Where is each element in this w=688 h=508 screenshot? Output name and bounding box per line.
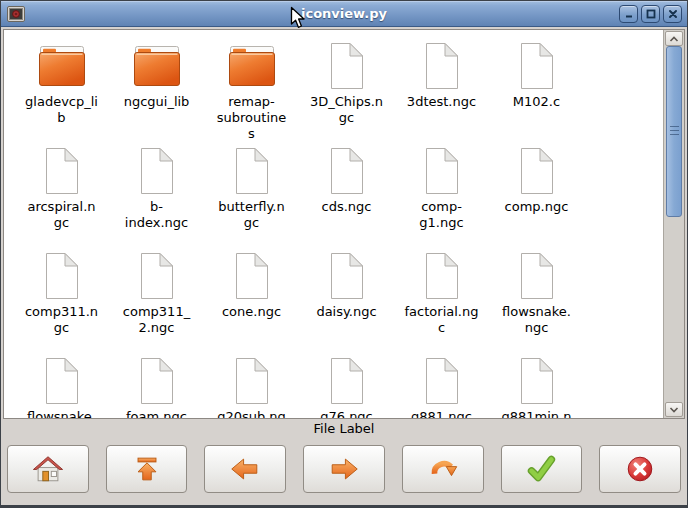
file-item[interactable]: 3dtest.ngc xyxy=(394,37,489,142)
file-item[interactable]: g76.ngc xyxy=(299,352,394,419)
file-item-label: factorial.ngc xyxy=(405,304,479,336)
app-window: iconview.py xyxy=(0,0,688,508)
folder-icon xyxy=(228,45,276,87)
file-item-icon-box xyxy=(422,41,462,91)
scroll-up-button[interactable] xyxy=(665,31,683,46)
cancel-icon xyxy=(623,452,657,486)
file-icon xyxy=(232,252,272,300)
file-item[interactable]: cone.ngc xyxy=(204,247,299,352)
file-icon xyxy=(327,357,367,405)
file-item[interactable]: remap-subroutines xyxy=(204,37,299,142)
file-item-icon-box xyxy=(327,41,367,91)
file-item[interactable]: g20sub.ngc xyxy=(204,352,299,419)
file-icon xyxy=(42,357,82,405)
file-icon xyxy=(517,252,557,300)
vertical-scrollbar[interactable] xyxy=(663,30,684,418)
file-item-icon-box xyxy=(42,356,82,406)
file-item-label: comp311.ngc xyxy=(25,304,99,336)
file-item-icon-box xyxy=(517,251,557,301)
file-item-label: 3dtest.ngc xyxy=(405,94,479,110)
scrollbar-thumb[interactable] xyxy=(666,46,682,217)
file-item[interactable]: g881min.ngc xyxy=(489,352,584,419)
file-item-icon-box xyxy=(228,41,276,91)
scroll-down-button[interactable] xyxy=(665,402,683,417)
file-item[interactable]: factorial.ngc xyxy=(394,247,489,352)
toolbar xyxy=(1,437,687,505)
file-item[interactable]: foam.ngc xyxy=(109,352,204,419)
file-item[interactable]: comp.ngc xyxy=(489,142,584,247)
cancel-button[interactable] xyxy=(599,445,681,493)
up-button[interactable] xyxy=(106,445,188,493)
file-item[interactable]: g881.ngc xyxy=(394,352,489,419)
icon-view: gladevcp_lib ngcgui_lib xyxy=(3,29,685,419)
window-controls xyxy=(619,5,682,23)
file-item[interactable]: cds.ngc xyxy=(299,142,394,247)
file-item[interactable]: daisy.ngc xyxy=(299,247,394,352)
file-item-icon-box xyxy=(517,146,557,196)
file-item[interactable]: ngcgui_lib xyxy=(109,37,204,142)
file-item[interactable]: comp311_2.ngc xyxy=(109,247,204,352)
file-icon xyxy=(422,252,462,300)
redo-button[interactable] xyxy=(402,445,484,493)
file-item[interactable]: arcspiral.ngc xyxy=(14,142,109,247)
redo-arrow-icon xyxy=(426,452,460,486)
file-item-label: 3D_Chips.ngc xyxy=(310,94,384,126)
file-item[interactable]: flowsnake.py xyxy=(14,352,109,419)
file-icon xyxy=(42,252,82,300)
file-item[interactable]: flowsnake.ngc xyxy=(489,247,584,352)
file-item-label: b-index.ngc xyxy=(120,199,194,231)
file-item-icon-box xyxy=(422,146,462,196)
file-item-label: butterfly.ngc xyxy=(215,199,289,231)
file-item-label: g76.ngc xyxy=(310,409,384,419)
file-item-icon-box xyxy=(327,251,367,301)
file-item[interactable]: 3D_Chips.ngc xyxy=(299,37,394,142)
close-button[interactable] xyxy=(663,5,682,23)
file-item-label: M102.c xyxy=(500,94,574,110)
file-item-icon-box xyxy=(422,251,462,301)
file-icon xyxy=(327,147,367,195)
chevron-up-icon xyxy=(669,36,679,42)
file-item-icon-box xyxy=(517,41,557,91)
back-arrow-icon xyxy=(228,452,262,486)
file-item-label: g881.ngc xyxy=(405,409,479,419)
maximize-icon xyxy=(645,8,657,20)
ok-button[interactable] xyxy=(501,445,583,493)
file-item-icon-box xyxy=(517,356,557,406)
file-item-icon-box xyxy=(422,356,462,406)
file-item-icon-box xyxy=(133,41,181,91)
titlebar[interactable]: iconview.py xyxy=(1,1,687,27)
maximize-button[interactable] xyxy=(641,5,660,23)
file-icon xyxy=(137,252,177,300)
app-window-icon xyxy=(7,6,25,22)
file-icon xyxy=(422,147,462,195)
minimize-icon xyxy=(623,8,635,20)
icon-grid: gladevcp_lib ngcgui_lib xyxy=(4,30,663,419)
file-icon xyxy=(42,147,82,195)
window-title: iconview.py xyxy=(1,6,687,21)
file-item-label: comp-g1.ngc xyxy=(405,199,479,231)
back-button[interactable] xyxy=(204,445,286,493)
home-icon xyxy=(31,453,65,485)
file-item[interactable]: butterfly.ngc xyxy=(204,142,299,247)
file-item-icon-box xyxy=(137,251,177,301)
file-icon xyxy=(137,357,177,405)
forward-button[interactable] xyxy=(303,445,385,493)
up-to-top-arrow-icon xyxy=(130,452,164,486)
file-item[interactable]: b-index.ngc xyxy=(109,142,204,247)
file-item-label: gladevcp_lib xyxy=(25,94,99,126)
home-button[interactable] xyxy=(7,445,89,493)
file-item[interactable]: comp311.ngc xyxy=(14,247,109,352)
file-item-label: cds.ngc xyxy=(310,199,384,215)
file-item[interactable]: M102.c xyxy=(489,37,584,142)
file-item[interactable]: gladevcp_lib xyxy=(14,37,109,142)
file-item-icon-box xyxy=(232,356,272,406)
file-item[interactable]: comp-g1.ngc xyxy=(394,142,489,247)
file-icon xyxy=(232,147,272,195)
forward-arrow-icon xyxy=(327,452,361,486)
minimize-button[interactable] xyxy=(619,5,638,23)
file-item-icon-box xyxy=(42,146,82,196)
file-item-label: flowsnake.ngc xyxy=(500,304,574,336)
file-item-icon-box xyxy=(327,356,367,406)
chevron-down-icon xyxy=(669,407,679,413)
file-icon xyxy=(422,42,462,90)
